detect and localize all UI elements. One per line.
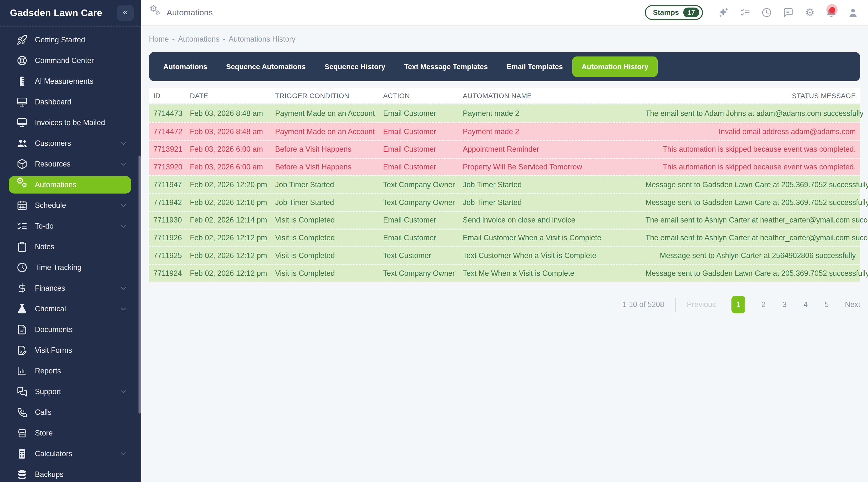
stamps-count-badge: 17 [683, 7, 699, 17]
sidebar-item-resources[interactable]: Resources [9, 155, 131, 173]
sidebar-item-getting-started[interactable]: Getting Started [9, 31, 131, 49]
sidebar-item-visit-forms[interactable]: Visit Forms [9, 341, 131, 359]
users-icon [16, 137, 28, 149]
cell-action: Email Customer [379, 145, 458, 154]
breadcrumb-automations[interactable]: Automations [178, 35, 220, 43]
breadcrumb-automations-history[interactable]: Automations History [228, 35, 296, 43]
bell-icon[interactable] [825, 6, 838, 19]
sidebar-item-label: Backups [35, 470, 64, 479]
sidebar-item-ai-measurements[interactable]: AI Measurements [9, 72, 131, 90]
life-buoy-icon [16, 55, 28, 67]
sidebar-item-invoices-to-be-mailed[interactable]: Invoices to be Mailed [9, 114, 131, 131]
gear-icon[interactable]: ⚙ [803, 6, 817, 19]
tab-sequence-history[interactable]: Sequence History [315, 57, 395, 77]
list-checks-icon[interactable] [739, 6, 752, 19]
cell-automation-name: Text Me When a Visit is Complete [458, 269, 641, 278]
cell-status-message: The email sent to Ashlyn Carter at heath… [641, 216, 860, 224]
stamps-button[interactable]: Stamps 17 [645, 5, 703, 20]
page-title: Automations [167, 8, 213, 17]
person-icon[interactable] [846, 6, 860, 19]
sidebar: Gadsden Lawn Care « Getting StartedComma… [0, 0, 141, 482]
sidebar-item-finances[interactable]: Finances [9, 279, 131, 297]
sidebar-item-reports[interactable]: Reports [9, 362, 131, 380]
tab-automation-history[interactable]: Automation History [572, 57, 658, 77]
calendar-icon [16, 200, 28, 212]
sidebar-item-chemical[interactable]: Chemical [9, 300, 131, 318]
topbar-actions: Stamps 17 ⚙ [645, 5, 860, 20]
cell-automation-name: Text Customer When a Visit is Complete [458, 251, 641, 260]
chevrons-left-icon: « [123, 7, 128, 17]
sidebar-item-label: Time Tracking [35, 263, 82, 272]
sidebar-item-schedule[interactable]: Schedule [9, 197, 131, 214]
table-row: 7711925Feb 02, 2026 12:12 pmVisit is Com… [149, 246, 860, 264]
pagination-page-1[interactable]: 1 [732, 296, 745, 313]
chevron-down-icon [119, 222, 128, 231]
pagination-previous[interactable]: Previous [687, 300, 716, 309]
cell-trigger-condition: Before a Visit Happens [271, 145, 378, 154]
tab-text-message-templates[interactable]: Text Message Templates [395, 57, 497, 77]
tab-email-templates[interactable]: Email Templates [497, 57, 572, 77]
sidebar-item-label: To-do [35, 222, 54, 231]
chat-icon [16, 386, 28, 398]
cell-trigger-condition: Job Timer Started [271, 198, 378, 207]
cell-date: Feb 02, 2026 12:16 pm [185, 198, 271, 207]
pagination-pages: 12345 [732, 296, 829, 313]
pagination-page-4[interactable]: 4 [803, 300, 808, 309]
sidebar-item-documents[interactable]: Documents [9, 321, 131, 339]
sidebar-item-label: Command Center [35, 56, 94, 65]
pagination-page-3[interactable]: 3 [782, 300, 787, 309]
chevron-down-icon [119, 201, 128, 210]
breadcrumb-home[interactable]: Home [149, 35, 169, 43]
sidebar-item-label: Invoices to be Mailed [35, 118, 105, 127]
pagination-page-5[interactable]: 5 [824, 300, 830, 309]
sidebar-item-to-do[interactable]: To-do [9, 217, 131, 235]
sidebar-item-dashboard[interactable]: Dashboard [9, 93, 131, 111]
breadcrumb-separator: - [223, 35, 225, 43]
gears-icon: ⚙⚙ [16, 179, 28, 191]
sidebar-item-customers[interactable]: Customers [9, 134, 131, 152]
sidebar-item-calculators[interactable]: Calculators [9, 445, 131, 463]
pagination-page-2[interactable]: 2 [761, 300, 766, 309]
cell-action: Text Company Owner [379, 198, 458, 207]
tab-sequence-automations[interactable]: Sequence Automations [217, 57, 315, 77]
sidebar-item-time-tracking[interactable]: Time Tracking [9, 259, 131, 276]
sidebar-item-label: Store [35, 429, 53, 438]
tab-automations[interactable]: Automations [154, 57, 217, 77]
company-name: Gadsden Lawn Care [10, 7, 117, 18]
sidebar-item-notes[interactable]: Notes [9, 238, 131, 256]
sidebar-item-backups[interactable]: Backups [9, 466, 131, 482]
pagination-next[interactable]: Next [845, 300, 860, 309]
sparkles-icon[interactable] [717, 6, 730, 19]
sidebar-item-command-center[interactable]: Command Center [9, 52, 131, 69]
cell-status-message: Message sent to Gadsden Lawn Care at 205… [641, 180, 860, 189]
column-header-id: ID [149, 92, 185, 100]
cell-automation-name: Payment made 2 [458, 127, 641, 136]
sidebar-scrollbar[interactable] [138, 156, 141, 414]
cell-action: Email Customer [379, 109, 458, 118]
sidebar-item-automations[interactable]: ⚙⚙Automations [9, 176, 131, 194]
sidebar-item-calls[interactable]: Calls [9, 403, 131, 421]
cell-status-message: The email sent to Ashlyn Carter at heath… [641, 234, 860, 242]
table-row: 7713920Feb 03, 2026 6:00 amBefore a Visi… [149, 158, 860, 176]
comment-icon[interactable] [782, 6, 795, 19]
sidebar-item-label: Finances [35, 284, 65, 293]
breadcrumb: Home - Automations - Automations History [149, 35, 860, 43]
sidebar-item-store[interactable]: Store [9, 424, 131, 442]
sidebar-item-label: Calls [35, 408, 51, 417]
dollar-icon [16, 282, 28, 294]
cell-id: 7711930 [149, 216, 185, 224]
breadcrumb-separator: - [172, 35, 175, 43]
cell-action: Email Customer [379, 216, 458, 224]
cell-id: 7711942 [149, 198, 185, 207]
flask-icon [16, 303, 28, 315]
sidebar-collapse-button[interactable]: « [117, 5, 134, 21]
cell-date: Feb 03, 2026 6:00 am [185, 145, 271, 154]
calculator-icon [16, 448, 28, 460]
clock-icon[interactable] [760, 6, 774, 19]
gears-icon: ⚙⚙ [150, 6, 162, 19]
sidebar-item-support[interactable]: Support [9, 383, 131, 401]
stamps-label: Stamps [653, 8, 679, 17]
table-row: 7713921Feb 03, 2026 6:00 amBefore a Visi… [149, 140, 860, 158]
cell-action: Text Company Owner [379, 269, 458, 278]
chevron-down-icon [119, 305, 128, 313]
